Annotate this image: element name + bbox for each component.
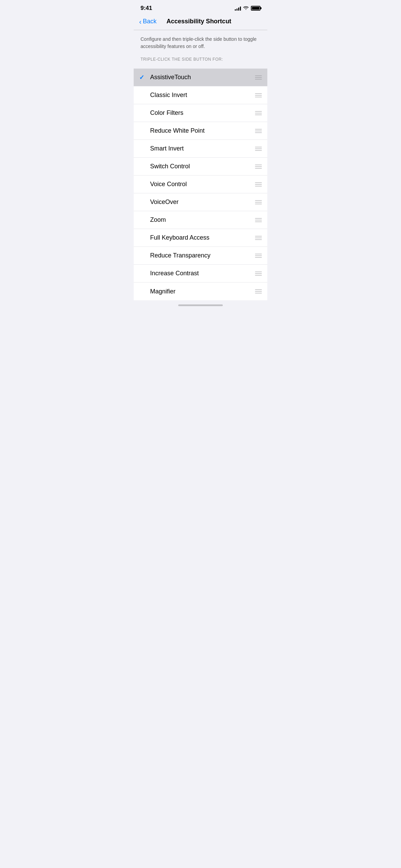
drag-handle-assistive-touch[interactable] (255, 75, 262, 80)
accessibility-list: ✓ AssistiveTouch Classic Invert Color Fi… (134, 69, 267, 300)
status-time: 9:41 (141, 5, 152, 12)
back-chevron-icon: ‹ (139, 18, 142, 25)
info-description: Configure and then triple-click the side… (141, 36, 260, 50)
home-indicator-area (134, 300, 267, 309)
status-bar: 9:41 (134, 0, 267, 14)
item-label-increase-contrast: Increase Contrast (150, 270, 255, 277)
item-label-switch-control: Switch Control (150, 163, 255, 170)
info-section: Configure and then triple-click the side… (134, 30, 267, 69)
item-label-color-filters: Color Filters (150, 109, 255, 117)
item-label-magnifier: Magnifier (150, 288, 255, 295)
drag-handle-zoom[interactable] (255, 218, 262, 222)
list-item-magnifier[interactable]: Magnifier (134, 282, 267, 300)
drag-handle-voice-control[interactable] (255, 182, 262, 186)
wifi-icon (243, 5, 249, 11)
list-item-voice-control[interactable]: Voice Control (134, 176, 267, 193)
navigation-bar: ‹ Back Accessibility Shortcut (134, 14, 267, 30)
drag-handle-magnifier[interactable] (255, 289, 262, 293)
list-item-color-filters[interactable]: Color Filters (134, 104, 267, 122)
list-item-full-keyboard-access[interactable]: Full Keyboard Access (134, 229, 267, 247)
list-item-increase-contrast[interactable]: Increase Contrast (134, 265, 267, 282)
drag-handle-increase-contrast[interactable] (255, 272, 262, 276)
drag-handle-reduce-transparency[interactable] (255, 254, 262, 258)
list-item-switch-control[interactable]: Switch Control (134, 158, 267, 176)
drag-handle-switch-control[interactable] (255, 165, 262, 169)
list-item-classic-invert[interactable]: Classic Invert (134, 86, 267, 104)
item-label-smart-invert: Smart Invert (150, 145, 255, 152)
drag-handle-voiceover[interactable] (255, 200, 262, 204)
drag-handle-reduce-white-point[interactable] (255, 129, 262, 133)
page-title: Accessibility Shortcut (157, 18, 241, 25)
item-label-full-keyboard-access: Full Keyboard Access (150, 234, 255, 241)
back-button[interactable]: ‹ Back (139, 18, 157, 25)
list-item-voiceover[interactable]: VoiceOver (134, 193, 267, 211)
list-item-smart-invert[interactable]: Smart Invert (134, 140, 267, 158)
signal-icon (235, 6, 241, 11)
drag-handle-full-keyboard-access[interactable] (255, 236, 262, 240)
item-label-voiceover: VoiceOver (150, 198, 255, 206)
back-label: Back (143, 18, 157, 25)
battery-icon (251, 6, 260, 11)
section-header: TRIPLE-CLICK THE SIDE BUTTON FOR: (141, 57, 260, 62)
list-item-zoom[interactable]: Zoom (134, 211, 267, 229)
checkmark-icon: ✓ (139, 74, 149, 81)
drag-handle-smart-invert[interactable] (255, 147, 262, 151)
status-icons (235, 5, 260, 11)
drag-handle-classic-invert[interactable] (255, 93, 262, 97)
item-label-assistive-touch: AssistiveTouch (150, 74, 255, 81)
item-label-classic-invert: Classic Invert (150, 92, 255, 99)
item-label-reduce-transparency: Reduce Transparency (150, 252, 255, 259)
list-item-reduce-white-point[interactable]: Reduce White Point (134, 122, 267, 140)
item-label-reduce-white-point: Reduce White Point (150, 127, 255, 134)
item-label-zoom: Zoom (150, 216, 255, 224)
drag-handle-color-filters[interactable] (255, 111, 262, 115)
list-item-assistive-touch[interactable]: ✓ AssistiveTouch (134, 69, 267, 86)
item-label-voice-control: Voice Control (150, 181, 255, 188)
home-bar (178, 304, 223, 306)
list-item-reduce-transparency[interactable]: Reduce Transparency (134, 247, 267, 265)
